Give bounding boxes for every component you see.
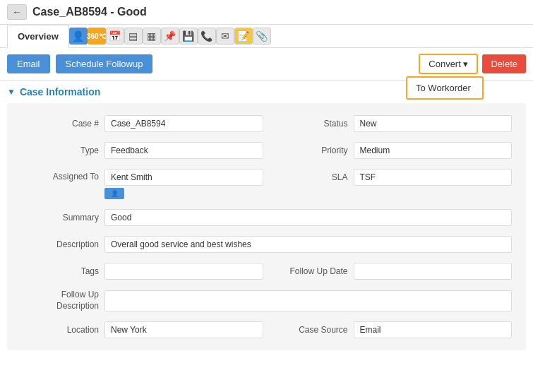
form-row-tags: Tags [21,258,263,285]
tab-bar: Overview 👤 360℃ 📅 ▤ ▦ 📌 💾 📞 ✉ 📝 📎 [0,25,533,48]
label-follow-up-date: Follow Up Date [270,266,348,276]
convert-button[interactable]: Convert ▾ [419,54,478,74]
action-bar: Email Schedule Followup Convert ▾ Delete… [0,48,533,81]
convert-to-workorder-item[interactable]: To Workorder [407,78,482,98]
convert-dropdown: To Workorder [406,76,484,100]
tab-overview[interactable]: Overview [7,25,69,48]
email-button[interactable]: Email [7,54,50,73]
form-row-case-source: Case Source Email [270,316,513,343]
value-assigned-to: Kent Smith [104,169,263,186]
tab-grid-icon[interactable]: ▦ [143,28,161,44]
label-summary: Summary [21,213,99,222]
form-location-row: Location New York Case Source Email [21,316,512,343]
form-top-grid: Case # Case_AB8594 Type Feedback Assigne… [21,110,512,204]
tab-user-icon[interactable]: 👤 [69,28,88,44]
value-tags [104,263,263,280]
form-left-column: Case # Case_AB8594 Type Feedback Assigne… [21,110,263,204]
assigned-to-container: Kent Smith 👤 [104,169,263,199]
form-row-summary: Summary Good [21,204,512,231]
tab-pin-icon[interactable]: 📌 [161,28,179,44]
action-right-group: Convert ▾ Delete To Workorder [419,54,526,74]
value-sla: TSF [354,169,513,186]
label-type: Type [21,145,99,155]
value-summary: Good [104,209,512,226]
label-location: Location [21,325,99,335]
value-status: New [354,115,513,132]
person-icon: 👤 [111,190,119,197]
value-case-number: Case_AB8594 [104,115,263,132]
tab-note-icon[interactable]: 📝 [234,28,253,44]
label-description: Description [21,239,99,249]
back-button[interactable]: ← [7,4,27,20]
form-row-follow-up-date: Follow Up Date [270,258,513,285]
label-assigned-to: Assigned To [21,169,99,182]
label-status: Status [270,119,348,129]
header-bar: ← Case_AB8594 - Good [0,0,533,25]
value-case-source: Email [354,321,513,338]
page-title: Case_AB8594 - Good [32,6,147,18]
tab-360-icon[interactable]: 360℃ [88,28,106,44]
form-tags-row: Tags Follow Up Date [21,258,512,285]
form-row-location: Location New York [21,316,263,343]
tab-list-icon[interactable]: ▤ [124,28,143,44]
tab-phone-icon[interactable]: 📞 [198,28,216,44]
form-row-follow-up-description: Follow UpDescription [21,285,512,316]
value-type: Feedback [104,142,263,159]
value-location: New York [104,321,263,338]
section-title: Case Information [20,86,100,97]
form-row-priority: Priority Medium [270,137,513,164]
tab-email-icon[interactable]: ✉ [216,28,234,44]
label-case-source: Case Source [270,325,348,335]
schedule-followup-button[interactable]: Schedule Followup [56,54,153,73]
tab-clip-icon[interactable]: 📎 [253,28,271,44]
value-description: Overall good service and best wishes [104,236,512,253]
label-priority: Priority [270,145,348,155]
form-row-status: Status New [270,110,513,137]
value-priority: Medium [354,142,513,159]
value-follow-up-description [104,290,512,311]
tab-save-icon[interactable]: 💾 [179,28,198,44]
label-follow-up-description: Follow UpDescription [21,290,99,311]
label-sla: SLA [270,172,348,182]
assigned-person-icon[interactable]: 👤 [104,188,124,199]
form-row-description: Description Overall good service and bes… [21,231,512,258]
delete-button[interactable]: Delete [482,54,526,73]
form-row-sla: SLA TSF [270,164,513,191]
form-row-type: Type Feedback [21,137,263,164]
label-case-number: Case # [21,119,99,129]
value-follow-up-date [354,263,513,280]
tab-overview-label: Overview [18,31,59,42]
assigned-icons: 👤 [104,188,263,199]
back-arrow-icon: ← [12,6,22,18]
case-information-form: Case # Case_AB8594 Type Feedback Assigne… [7,103,526,350]
form-row-case-number: Case # Case_AB8594 [21,110,263,137]
tab-calendar-icon[interactable]: 📅 [106,28,124,44]
form-row-assigned-to: Assigned To Kent Smith 👤 [21,164,263,204]
section-chevron-icon: ▼ [7,87,16,97]
label-tags: Tags [21,266,99,276]
form-right-column: Status New Priority Medium SLA TSF [270,110,513,204]
